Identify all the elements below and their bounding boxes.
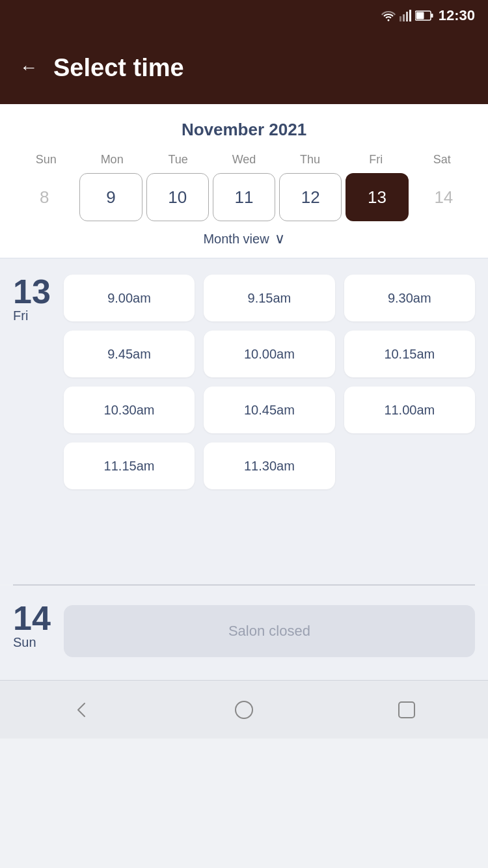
day-9[interactable]: 9 bbox=[79, 173, 142, 221]
weekday-sat: Sat bbox=[409, 153, 475, 167]
day-12[interactable]: 12 bbox=[279, 173, 342, 221]
slot-1015am[interactable]: 10.15am bbox=[344, 331, 475, 377]
recent-nav-icon bbox=[397, 700, 416, 720]
slot-1100am[interactable]: 11.00am bbox=[344, 387, 475, 433]
day14-number: 14 bbox=[13, 601, 51, 635]
month-view-label: Month view bbox=[203, 232, 269, 247]
recent-nav-button[interactable] bbox=[390, 694, 423, 726]
week-row: 8 9 10 11 12 13 14 bbox=[13, 173, 475, 221]
day-14[interactable]: 14 bbox=[413, 173, 475, 221]
slot-900am[interactable]: 9.00am bbox=[64, 275, 195, 321]
svg-rect-3 bbox=[409, 10, 411, 21]
day-13[interactable]: 13 bbox=[346, 173, 408, 221]
slot-1130am[interactable]: 11.30am bbox=[204, 442, 334, 489]
page-title: Select time bbox=[53, 54, 184, 82]
day13-number: 13 bbox=[13, 275, 51, 308]
day13-name: Fri bbox=[13, 308, 28, 323]
svg-rect-0 bbox=[400, 16, 401, 21]
status-bar: 12:30 bbox=[0, 0, 488, 31]
svg-rect-5 bbox=[431, 14, 433, 18]
slots-grid: 9.00am 9.15am 9.30am 9.45am 10.00am 10.1… bbox=[64, 275, 475, 489]
weekday-sun: Sun bbox=[13, 153, 79, 167]
status-icons bbox=[381, 10, 433, 21]
day13-label: 13 Fri bbox=[13, 275, 51, 323]
back-nav-button[interactable] bbox=[65, 694, 98, 726]
weekday-wed: Wed bbox=[211, 153, 277, 167]
battery-icon bbox=[415, 10, 433, 21]
day14-label: 14 Sun bbox=[13, 601, 51, 650]
weekday-fri: Fri bbox=[343, 153, 409, 167]
slot-1030am[interactable]: 10.30am bbox=[64, 387, 195, 433]
month-title: November 2021 bbox=[13, 120, 475, 140]
svg-rect-8 bbox=[399, 702, 414, 718]
day14-section: 14 Sun Salon closed bbox=[0, 586, 488, 680]
status-time: 12:30 bbox=[439, 7, 475, 24]
signal-icon bbox=[400, 10, 411, 21]
back-button[interactable]: ← bbox=[20, 59, 38, 77]
weekday-thu: Thu bbox=[277, 153, 343, 167]
day-10[interactable]: 10 bbox=[146, 173, 209, 221]
chevron-down-icon: ∨ bbox=[275, 230, 285, 247]
day-11[interactable]: 11 bbox=[213, 173, 275, 221]
app-header: ← Select time bbox=[0, 31, 488, 104]
home-nav-button[interactable] bbox=[228, 694, 260, 726]
day13-section: 13 Fri 9.00am 9.15am 9.30am 9.45am 10.00… bbox=[0, 259, 488, 584]
calendar: November 2021 Sun Mon Tue Wed Thu Fri Sa… bbox=[0, 104, 488, 258]
svg-point-7 bbox=[236, 701, 252, 718]
home-nav-icon bbox=[234, 700, 254, 720]
slot-945am[interactable]: 9.45am bbox=[64, 331, 195, 377]
slot-1045am[interactable]: 10.45am bbox=[204, 387, 334, 433]
day-8[interactable]: 8 bbox=[13, 173, 75, 221]
svg-rect-2 bbox=[406, 12, 408, 21]
slot-915am[interactable]: 9.15am bbox=[204, 275, 334, 321]
svg-rect-6 bbox=[416, 12, 424, 20]
month-view-toggle[interactable]: Month view ∨ bbox=[13, 230, 475, 247]
slot-1000am[interactable]: 10.00am bbox=[204, 331, 334, 377]
wifi-icon bbox=[381, 10, 396, 21]
day14-row: 14 Sun Salon closed bbox=[13, 601, 475, 660]
nav-bar bbox=[0, 680, 488, 739]
salon-closed-box: Salon closed bbox=[64, 605, 475, 657]
slot-1115am[interactable]: 11.15am bbox=[64, 442, 195, 489]
weekday-mon: Mon bbox=[79, 153, 144, 167]
svg-rect-1 bbox=[403, 14, 405, 21]
salon-closed-label: Salon closed bbox=[228, 623, 310, 640]
day14-name: Sun bbox=[13, 635, 36, 650]
weekdays-row: Sun Mon Tue Wed Thu Fri Sat bbox=[13, 153, 475, 167]
weekday-tue: Tue bbox=[145, 153, 211, 167]
slot-930am[interactable]: 9.30am bbox=[344, 275, 475, 321]
back-nav-icon bbox=[72, 700, 91, 720]
